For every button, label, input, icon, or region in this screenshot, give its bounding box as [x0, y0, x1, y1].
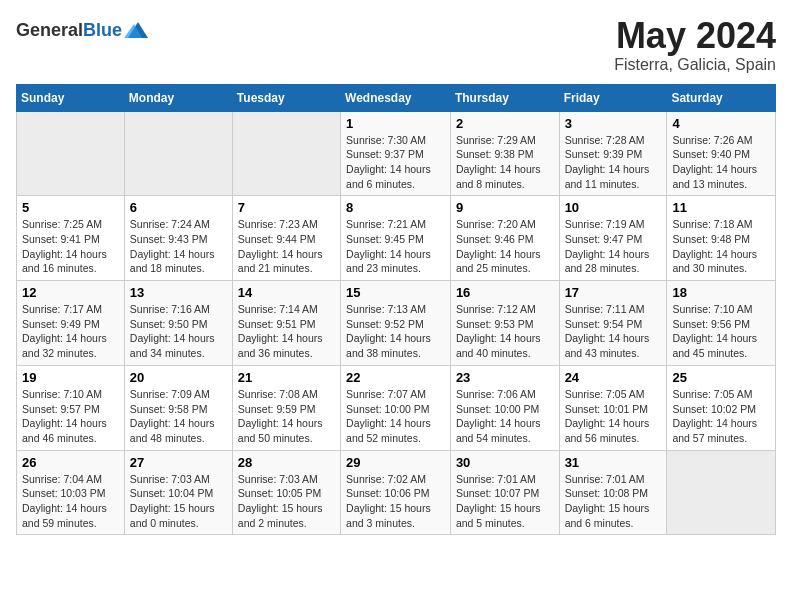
calendar-cell: 11Sunrise: 7:18 AM Sunset: 9:48 PM Dayli… [667, 196, 776, 281]
day-number: 16 [456, 285, 554, 300]
calendar-cell: 19Sunrise: 7:10 AM Sunset: 9:57 PM Dayli… [17, 365, 125, 450]
day-info: Sunrise: 7:23 AM Sunset: 9:44 PM Dayligh… [238, 217, 335, 276]
day-info: Sunrise: 7:10 AM Sunset: 9:56 PM Dayligh… [672, 302, 770, 361]
calendar-cell: 17Sunrise: 7:11 AM Sunset: 9:54 PM Dayli… [559, 281, 667, 366]
logo-blue: Blue [83, 20, 122, 40]
day-number: 19 [22, 370, 119, 385]
calendar-cell: 20Sunrise: 7:09 AM Sunset: 9:58 PM Dayli… [124, 365, 232, 450]
calendar-cell: 13Sunrise: 7:16 AM Sunset: 9:50 PM Dayli… [124, 281, 232, 366]
day-number: 11 [672, 200, 770, 215]
day-info: Sunrise: 7:05 AM Sunset: 10:01 PM Daylig… [565, 387, 662, 446]
weekday-header-row: SundayMondayTuesdayWednesdayThursdayFrid… [17, 84, 776, 111]
calendar-cell: 8Sunrise: 7:21 AM Sunset: 9:45 PM Daylig… [341, 196, 451, 281]
calendar-cell: 18Sunrise: 7:10 AM Sunset: 9:56 PM Dayli… [667, 281, 776, 366]
calendar-cell [124, 111, 232, 196]
day-number: 3 [565, 116, 662, 131]
day-number: 24 [565, 370, 662, 385]
day-info: Sunrise: 7:09 AM Sunset: 9:58 PM Dayligh… [130, 387, 227, 446]
day-number: 5 [22, 200, 119, 215]
calendar-cell: 9Sunrise: 7:20 AM Sunset: 9:46 PM Daylig… [450, 196, 559, 281]
day-info: Sunrise: 7:17 AM Sunset: 9:49 PM Dayligh… [22, 302, 119, 361]
calendar-cell: 12Sunrise: 7:17 AM Sunset: 9:49 PM Dayli… [17, 281, 125, 366]
day-info: Sunrise: 7:01 AM Sunset: 10:07 PM Daylig… [456, 472, 554, 531]
weekday-header-sunday: Sunday [17, 84, 125, 111]
weekday-header-friday: Friday [559, 84, 667, 111]
day-number: 4 [672, 116, 770, 131]
calendar-cell: 27Sunrise: 7:03 AM Sunset: 10:04 PM Dayl… [124, 450, 232, 535]
calendar-cell: 26Sunrise: 7:04 AM Sunset: 10:03 PM Dayl… [17, 450, 125, 535]
day-number: 13 [130, 285, 227, 300]
calendar-cell [17, 111, 125, 196]
calendar-week-row: 19Sunrise: 7:10 AM Sunset: 9:57 PM Dayli… [17, 365, 776, 450]
day-info: Sunrise: 7:19 AM Sunset: 9:47 PM Dayligh… [565, 217, 662, 276]
day-number: 18 [672, 285, 770, 300]
day-number: 1 [346, 116, 445, 131]
day-info: Sunrise: 7:04 AM Sunset: 10:03 PM Daylig… [22, 472, 119, 531]
weekday-header-saturday: Saturday [667, 84, 776, 111]
calendar-table: SundayMondayTuesdayWednesdayThursdayFrid… [16, 84, 776, 536]
calendar-cell: 4Sunrise: 7:26 AM Sunset: 9:40 PM Daylig… [667, 111, 776, 196]
calendar-cell [232, 111, 340, 196]
calendar-cell: 23Sunrise: 7:06 AM Sunset: 10:00 PM Dayl… [450, 365, 559, 450]
day-info: Sunrise: 7:16 AM Sunset: 9:50 PM Dayligh… [130, 302, 227, 361]
day-info: Sunrise: 7:26 AM Sunset: 9:40 PM Dayligh… [672, 133, 770, 192]
calendar-week-row: 26Sunrise: 7:04 AM Sunset: 10:03 PM Dayl… [17, 450, 776, 535]
calendar-week-row: 1Sunrise: 7:30 AM Sunset: 9:37 PM Daylig… [17, 111, 776, 196]
calendar-cell: 3Sunrise: 7:28 AM Sunset: 9:39 PM Daylig… [559, 111, 667, 196]
calendar-cell: 7Sunrise: 7:23 AM Sunset: 9:44 PM Daylig… [232, 196, 340, 281]
day-number: 20 [130, 370, 227, 385]
day-info: Sunrise: 7:24 AM Sunset: 9:43 PM Dayligh… [130, 217, 227, 276]
day-info: Sunrise: 7:13 AM Sunset: 9:52 PM Dayligh… [346, 302, 445, 361]
day-number: 15 [346, 285, 445, 300]
logo: GeneralBlue [16, 16, 152, 44]
weekday-header-thursday: Thursday [450, 84, 559, 111]
day-number: 25 [672, 370, 770, 385]
day-info: Sunrise: 7:07 AM Sunset: 10:00 PM Daylig… [346, 387, 445, 446]
day-number: 30 [456, 455, 554, 470]
day-info: Sunrise: 7:18 AM Sunset: 9:48 PM Dayligh… [672, 217, 770, 276]
calendar-cell: 22Sunrise: 7:07 AM Sunset: 10:00 PM Dayl… [341, 365, 451, 450]
day-info: Sunrise: 7:01 AM Sunset: 10:08 PM Daylig… [565, 472, 662, 531]
calendar-cell: 25Sunrise: 7:05 AM Sunset: 10:02 PM Dayl… [667, 365, 776, 450]
day-number: 26 [22, 455, 119, 470]
weekday-header-monday: Monday [124, 84, 232, 111]
subtitle: Fisterra, Galicia, Spain [614, 56, 776, 74]
day-number: 31 [565, 455, 662, 470]
day-number: 23 [456, 370, 554, 385]
day-info: Sunrise: 7:02 AM Sunset: 10:06 PM Daylig… [346, 472, 445, 531]
main-title: May 2024 [614, 16, 776, 56]
calendar-cell: 6Sunrise: 7:24 AM Sunset: 9:43 PM Daylig… [124, 196, 232, 281]
day-info: Sunrise: 7:03 AM Sunset: 10:04 PM Daylig… [130, 472, 227, 531]
day-info: Sunrise: 7:25 AM Sunset: 9:41 PM Dayligh… [22, 217, 119, 276]
calendar-cell: 28Sunrise: 7:03 AM Sunset: 10:05 PM Dayl… [232, 450, 340, 535]
calendar-cell: 21Sunrise: 7:08 AM Sunset: 9:59 PM Dayli… [232, 365, 340, 450]
day-number: 2 [456, 116, 554, 131]
calendar-cell: 2Sunrise: 7:29 AM Sunset: 9:38 PM Daylig… [450, 111, 559, 196]
calendar-cell [667, 450, 776, 535]
day-number: 9 [456, 200, 554, 215]
weekday-header-tuesday: Tuesday [232, 84, 340, 111]
day-number: 10 [565, 200, 662, 215]
calendar-cell: 1Sunrise: 7:30 AM Sunset: 9:37 PM Daylig… [341, 111, 451, 196]
day-info: Sunrise: 7:28 AM Sunset: 9:39 PM Dayligh… [565, 133, 662, 192]
calendar-cell: 31Sunrise: 7:01 AM Sunset: 10:08 PM Dayl… [559, 450, 667, 535]
day-number: 21 [238, 370, 335, 385]
calendar-cell: 29Sunrise: 7:02 AM Sunset: 10:06 PM Dayl… [341, 450, 451, 535]
calendar-cell: 14Sunrise: 7:14 AM Sunset: 9:51 PM Dayli… [232, 281, 340, 366]
day-number: 7 [238, 200, 335, 215]
day-info: Sunrise: 7:03 AM Sunset: 10:05 PM Daylig… [238, 472, 335, 531]
calendar-cell: 10Sunrise: 7:19 AM Sunset: 9:47 PM Dayli… [559, 196, 667, 281]
calendar-week-row: 12Sunrise: 7:17 AM Sunset: 9:49 PM Dayli… [17, 281, 776, 366]
calendar-cell: 24Sunrise: 7:05 AM Sunset: 10:01 PM Dayl… [559, 365, 667, 450]
day-number: 22 [346, 370, 445, 385]
day-info: Sunrise: 7:08 AM Sunset: 9:59 PM Dayligh… [238, 387, 335, 446]
day-number: 28 [238, 455, 335, 470]
day-info: Sunrise: 7:30 AM Sunset: 9:37 PM Dayligh… [346, 133, 445, 192]
day-number: 27 [130, 455, 227, 470]
day-number: 17 [565, 285, 662, 300]
day-info: Sunrise: 7:06 AM Sunset: 10:00 PM Daylig… [456, 387, 554, 446]
title-block: May 2024 Fisterra, Galicia, Spain [614, 16, 776, 74]
weekday-header-wednesday: Wednesday [341, 84, 451, 111]
day-number: 14 [238, 285, 335, 300]
calendar-cell: 15Sunrise: 7:13 AM Sunset: 9:52 PM Dayli… [341, 281, 451, 366]
